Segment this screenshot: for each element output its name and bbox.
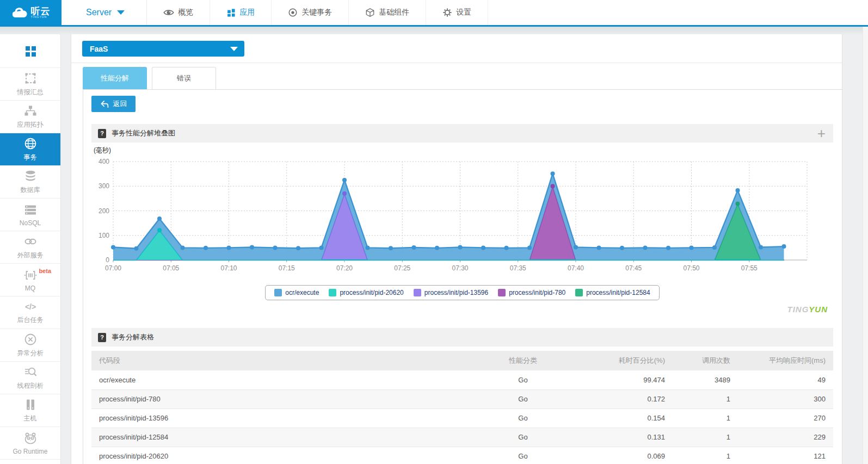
legend-swatch: [329, 289, 336, 296]
back-button[interactable]: 返回: [91, 96, 136, 112]
nav-item-基础组件[interactable]: 基础组件: [349, 0, 426, 25]
scrollbar-track[interactable]: [863, 27, 868, 464]
tab-错误[interactable]: 错误: [152, 67, 216, 89]
table-row: ocr/executeGo99.474348949: [91, 370, 833, 389]
sidebar-item-label: MQ: [25, 284, 35, 292]
svg-text:07:10: 07:10: [220, 264, 237, 272]
svg-text:07:05: 07:05: [163, 264, 179, 272]
chart-legend: ocr/executeprocess/init/pid-20620process…: [265, 285, 659, 300]
legend-swatch: [498, 289, 506, 296]
svg-text:07:00: 07:00: [105, 264, 121, 272]
background-task-icon: </>: [23, 300, 38, 313]
value-cell: 121: [738, 447, 833, 464]
sidebar-item-情报汇总[interactable]: 情报汇总: [0, 68, 60, 101]
sidebar-item-Go Runtime[interactable]: Go Runtime: [0, 427, 60, 460]
svg-text:07:45: 07:45: [625, 264, 642, 272]
code-segment-cell: process/init/pid-12584: [91, 428, 471, 447]
product-dropdown[interactable]: Server: [61, 0, 147, 25]
value-cell: 1: [673, 389, 738, 409]
svg-text:07:25: 07:25: [394, 264, 410, 272]
legend-item-ocr/execute[interactable]: ocr/execute: [274, 289, 319, 296]
sidebar-item-主机[interactable]: 主机: [0, 394, 60, 427]
expand-icon[interactable]: +: [817, 125, 826, 142]
nav-item-label: 设置: [456, 8, 471, 17]
sidebar-item-线程剖析[interactable]: 线程剖析: [0, 362, 60, 394]
help-icon[interactable]: ?: [98, 333, 106, 342]
topology-icon: [23, 104, 38, 118]
eye-icon: [163, 8, 174, 17]
value-cell: 270: [738, 409, 833, 428]
product-label: Server: [86, 8, 112, 17]
database-icon: [23, 169, 38, 183]
chart-legend-row: ocr/executeprocess/init/pid-20620process…: [91, 285, 833, 300]
nav-item-label: 关键事务: [301, 8, 332, 17]
legend-item-process/init/pid-13596[interactable]: process/init/pid-13596: [414, 289, 488, 296]
nav-item-概览[interactable]: 概览: [147, 0, 210, 25]
value-cell: Go: [471, 409, 575, 428]
gear-icon: [442, 8, 452, 17]
breakdown-table: 代码段性能分类耗时百分比(%)调用次数平均响应时间(ms) ocr/execut…: [91, 351, 833, 464]
legend-swatch: [414, 289, 421, 296]
column-header: 调用次数: [673, 351, 738, 370]
nosql-icon: [23, 203, 38, 217]
svg-text:07:40: 07:40: [568, 264, 584, 272]
sidebar: 情报汇总应用拓扑事务数据库NoSQL外部服务MQbeta</>后台任务异常分析线…: [0, 34, 61, 464]
package-icon: [365, 8, 375, 17]
sidebar-item-应用拓扑[interactable]: 应用拓扑: [0, 101, 60, 133]
help-icon[interactable]: ?: [98, 129, 106, 138]
nav-item-关键事务[interactable]: 关键事务: [272, 0, 349, 25]
nav-item-应用[interactable]: 应用: [210, 0, 272, 25]
tab-性能分解[interactable]: 性能分解: [83, 67, 147, 89]
app-selector-dropdown[interactable]: FaaS: [82, 41, 244, 57]
nav-item-label: 应用: [239, 8, 255, 17]
tingyun-logo[interactable]: 听云 TINGYUN: [0, 0, 61, 25]
main-nav: 概览应用关键事务基础组件设置: [147, 0, 488, 25]
legend-item-process/init/pid-12584[interactable]: process/init/pid-12584: [575, 289, 650, 296]
legend-label: process/init/pid-780: [509, 289, 565, 296]
sidebar-item-数据库[interactable]: 数据库: [0, 166, 60, 199]
legend-swatch: [575, 289, 583, 296]
svg-text:07:20: 07:20: [336, 264, 353, 272]
sidebar-item-后台任务[interactable]: </>后台任务: [0, 296, 60, 329]
code-segment-cell: process/init/pid-20620: [91, 447, 471, 464]
table-row: process/init/pid-13596Go0.1541270: [91, 409, 833, 428]
sidebar-item-label: Go Runtime: [13, 448, 47, 455]
value-cell: Go: [471, 428, 575, 447]
table-row: process/init/pid-12584Go0.1311229: [91, 428, 833, 447]
summary-icon: [23, 71, 38, 85]
value-cell: Go: [471, 389, 575, 409]
svg-text:07:30: 07:30: [452, 264, 468, 272]
sidebar-item-MQ[interactable]: MQbeta: [0, 264, 60, 296]
svg-text:07:50: 07:50: [683, 264, 699, 272]
sidebar-item-异常分析[interactable]: 异常分析: [0, 329, 60, 362]
code-segment-cell: process/init/pid-780: [91, 389, 471, 409]
sidebar-item-NoSQL[interactable]: NoSQL: [0, 199, 60, 231]
legend-item-process/init/pid-20620[interactable]: process/init/pid-20620: [329, 289, 403, 296]
column-header: 平均响应时间(ms): [738, 351, 833, 370]
tab-content: 返回 ? 事务性能分解堆叠图 + (毫秒) 07:0007:0507:1007:…: [83, 89, 842, 464]
sidebar-item-事务[interactable]: 事务: [0, 133, 60, 166]
chevron-down-icon: [117, 10, 125, 15]
nav-item-设置[interactable]: 设置: [426, 0, 488, 25]
chevron-down-icon: [230, 47, 238, 51]
logo-text: 听云 TINGYUN: [31, 7, 51, 18]
sidebar-item-label: 后台任务: [17, 315, 44, 325]
chart-section-header: ? 事务性能分解堆叠图 +: [91, 124, 833, 143]
chart-section-title: 事务性能分解堆叠图: [112, 128, 175, 138]
value-cell: 0.131: [575, 428, 673, 447]
svg-text:200: 200: [99, 207, 109, 215]
y-axis-unit-label: (毫秒): [94, 146, 111, 155]
legend-label: process/init/pid-20620: [340, 289, 403, 296]
sidebar-item-label: 异常分析: [17, 349, 44, 358]
stacked-area-chart[interactable]: (毫秒) 07:0007:0507:1007:1507:2007:2507:30…: [91, 146, 833, 284]
tingyun-watermark: TINGYUN: [91, 305, 833, 314]
svg-text:07:55: 07:55: [741, 264, 758, 272]
sidebar-item-label: 主机: [24, 414, 37, 423]
table-section-title: 事务分解表格: [112, 332, 154, 342]
sidebar-item-外部服务[interactable]: 外部服务: [0, 231, 60, 264]
legend-item-process/init/pid-780[interactable]: process/init/pid-780: [498, 289, 565, 296]
svg-text:100: 100: [99, 232, 109, 239]
app-switcher-button[interactable]: [0, 34, 60, 68]
legend-label: process/init/pid-12584: [586, 289, 650, 296]
app-selector-value: FaaS: [90, 45, 108, 53]
